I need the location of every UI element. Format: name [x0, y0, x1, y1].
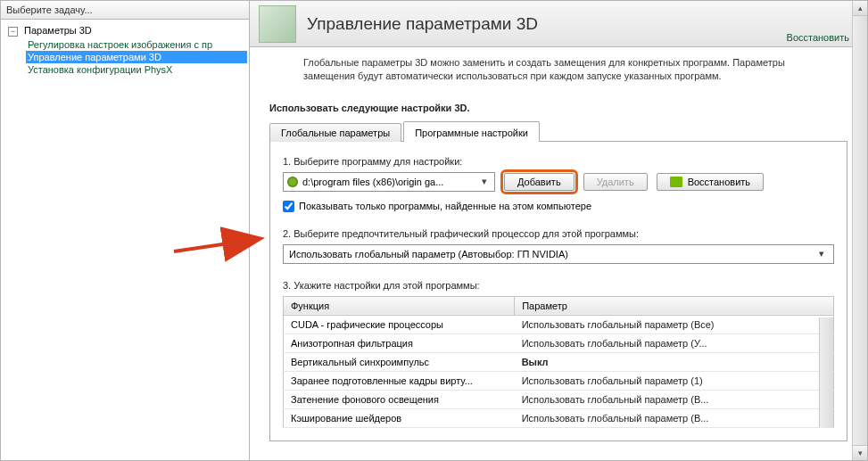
step2-label: 2. Выберите предпочтительный графический… [283, 228, 834, 239]
sidebar-item-0[interactable]: Регулировка настроек изображения с пр [26, 38, 247, 51]
collapse-icon[interactable]: − [8, 27, 18, 37]
tree-root-label: Параметры 3D [24, 25, 92, 36]
section-title: Использовать следующие настройки 3D. [250, 90, 867, 120]
tree-root[interactable]: − Параметры 3D [3, 23, 247, 38]
settings-panel: 1. Выберите программу для настройки: d:\… [269, 141, 847, 441]
description-text: Глобальные параметры 3D можно заменить и… [250, 47, 867, 90]
sidebar-header: Выберите задачу... [1, 1, 249, 20]
tab-program[interactable]: Программные настройки [403, 121, 540, 142]
main-scrollbar[interactable]: ▴ ▾ [852, 1, 867, 460]
program-dropdown[interactable]: d:\program files (x86)\origin ga... ▾ [283, 172, 495, 192]
restore-button[interactable]: Восстановить [657, 173, 764, 191]
show-only-installed-checkbox[interactable]: Показывать только программы, найденные н… [283, 201, 834, 212]
col-function[interactable]: Функция [284, 296, 515, 315]
scroll-down-icon[interactable]: ▾ [853, 445, 867, 460]
chevron-down-icon: ▾ [477, 176, 491, 187]
add-button[interactable]: Добавить [504, 173, 575, 191]
cell-parameter[interactable]: Использовать глобальный параметр (Все) [515, 315, 834, 333]
table-row[interactable]: Затенение фонового освещенияИспользовать… [284, 390, 834, 408]
settings-table: Функция Параметр CUDA - графические проц… [283, 296, 834, 428]
step3-label: 3. Укажите настройки для этой программы: [283, 280, 834, 291]
settings-table-wrap: Функция Параметр CUDA - графические проц… [283, 296, 834, 428]
col-parameter[interactable]: Параметр [515, 296, 834, 315]
page-header: Управление параметрами 3D Восстановить [250, 1, 867, 47]
cell-function: Анизотропная фильтрация [284, 333, 515, 352]
cell-function: Вертикальный синхроимпульс [284, 352, 515, 371]
cell-parameter[interactable]: Использовать глобальный параметр (В... [515, 408, 834, 427]
main-panel: Управление параметрами 3D Восстановить Г… [250, 0, 868, 461]
cell-function: CUDA - графические процессоры [284, 315, 515, 333]
cell-parameter[interactable]: Использовать глобальный параметр (1) [515, 371, 834, 390]
step1-label: 1. Выберите программу для настройки: [283, 156, 834, 167]
restore-button-label: Восстановить [688, 177, 750, 187]
table-row[interactable]: Кэширование шейдеровИспользовать глобаль… [284, 408, 834, 427]
scroll-up-icon[interactable]: ▴ [853, 1, 867, 16]
cell-function: Заранее подготовленные кадры вирту... [284, 371, 515, 390]
gpu-dropdown-value: Использовать глобальный параметр (Автовы… [289, 249, 568, 259]
table-row[interactable]: Вертикальный синхроимпульсВыкл [284, 352, 834, 371]
sidebar-item-1[interactable]: Управление параметрами 3D [26, 51, 247, 63]
table-row[interactable]: Анизотропная фильтрацияИспользовать глоб… [284, 333, 834, 352]
nav-tree: − Параметры 3D Регулировка настроек изоб… [1, 20, 249, 79]
program-icon [287, 177, 298, 187]
chevron-down-icon: ▾ [814, 248, 828, 259]
gpu-dropdown[interactable]: Использовать глобальный параметр (Автовы… [283, 244, 834, 264]
cell-parameter[interactable]: Использовать глобальный параметр (У... [515, 333, 834, 352]
table-row[interactable]: Заранее подготовленные кадры вирту...Исп… [284, 371, 834, 390]
remove-button[interactable]: Удалить [583, 173, 648, 191]
table-row[interactable]: CUDA - графические процессорыИспользоват… [284, 315, 834, 333]
sidebar-item-2[interactable]: Установка конфигурации PhysX [26, 63, 247, 76]
program-dropdown-value: d:\program files (x86)\origin ga... [302, 177, 477, 187]
table-scrollbar[interactable] [819, 317, 833, 427]
checkbox-label: Показывать только программы, найденные н… [299, 201, 591, 211]
cell-parameter[interactable]: Выкл [515, 352, 834, 371]
cell-parameter[interactable]: Использовать глобальный параметр (В... [515, 390, 834, 408]
header-3d-icon [259, 5, 296, 43]
sidebar: Выберите задачу... − Параметры 3D Регули… [0, 0, 250, 461]
cell-function: Кэширование шейдеров [284, 408, 515, 427]
page-title: Управление параметрами 3D [307, 14, 538, 34]
checkbox-input[interactable] [283, 201, 294, 212]
cell-function: Затенение фонового освещения [284, 390, 515, 408]
restore-defaults-link[interactable]: Восстановить [787, 32, 849, 43]
tab-global[interactable]: Глобальные параметры [269, 123, 401, 142]
tab-bar: Глобальные параметры Программные настрой… [269, 121, 867, 142]
nvidia-icon [670, 177, 682, 187]
